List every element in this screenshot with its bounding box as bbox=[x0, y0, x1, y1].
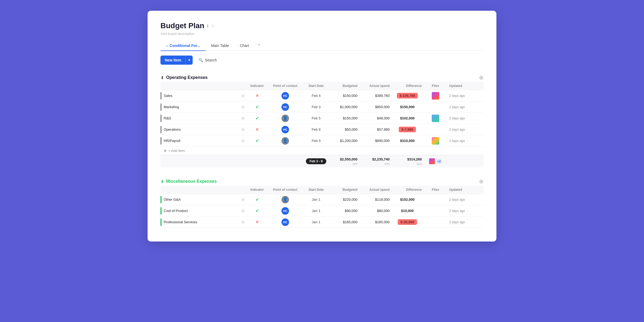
misc-expenses-section-header: ⬇ Miscellaneous Expenses ⊕ bbox=[160, 176, 484, 186]
tab-main-table[interactable]: Main Table bbox=[206, 41, 234, 51]
difference-cell: $310,000 bbox=[391, 136, 423, 145]
file-thumb[interactable] bbox=[432, 92, 439, 100]
sum-date-badge: Feb 3 - 9 bbox=[306, 158, 327, 164]
misc-chevron-icon[interactable]: ⬇ bbox=[160, 179, 164, 184]
info-icon[interactable]: ℹ bbox=[207, 23, 208, 28]
th-indicator: Indicator bbox=[246, 82, 268, 90]
new-item-chevron-icon[interactable]: ▾ bbox=[185, 56, 193, 64]
row-label-operations: Operations ⊕ bbox=[160, 124, 246, 135]
date-cell: Jan 1 bbox=[303, 207, 330, 214]
updated-cell: 2 days ago bbox=[448, 92, 482, 99]
tab-chart[interactable]: Chart bbox=[235, 41, 254, 51]
tab-main-table-label: Main Table bbox=[211, 43, 229, 48]
row-name: Operations bbox=[164, 127, 181, 131]
tab-conditional-label: Conditional For... bbox=[170, 43, 200, 48]
date-cell: Feb 5 bbox=[303, 115, 330, 122]
table-row: Professional Services ⊕ ✕ HC Jan 1 $165,… bbox=[160, 217, 484, 228]
board-description: Add board description bbox=[160, 32, 484, 36]
new-item-label: New Item bbox=[160, 56, 185, 65]
row-action bbox=[482, 209, 493, 213]
new-item-button[interactable]: New Item ▾ bbox=[160, 56, 193, 65]
operating-expenses-title: Operating Expenses bbox=[166, 75, 208, 80]
search-button[interactable]: 🔍 Search bbox=[195, 56, 220, 64]
operating-chevron-icon[interactable]: ⬇ bbox=[160, 75, 164, 80]
add-row-icon[interactable]: ⊕ bbox=[241, 197, 245, 202]
indicator-cell: ✔ bbox=[246, 207, 268, 215]
row-bar bbox=[160, 115, 162, 122]
tab-add[interactable]: + bbox=[254, 40, 264, 50]
th-difference: Difference bbox=[391, 82, 423, 90]
indicator-x-icon: ✕ bbox=[255, 93, 259, 98]
add-row-icon[interactable]: ⊕ bbox=[241, 116, 245, 121]
th-name bbox=[160, 82, 246, 90]
updated-cell: 2 days ago bbox=[448, 137, 482, 144]
add-row-icon[interactable]: ⊕ bbox=[241, 93, 245, 98]
difference-cell: $10,000 bbox=[391, 206, 423, 215]
row-name: Other G&A bbox=[164, 197, 181, 202]
files-cell bbox=[423, 221, 448, 224]
files-cell bbox=[423, 113, 448, 124]
th-files: Files bbox=[423, 82, 448, 90]
updated-cell: 2 days ago bbox=[448, 207, 482, 214]
indicator-cell: ✕ bbox=[246, 218, 268, 226]
contact-cell: HC bbox=[268, 90, 303, 101]
operating-expenses-table-header: Indicator Point of contact Start Date Bu… bbox=[160, 82, 484, 90]
avatar-anon: 👤 bbox=[281, 137, 289, 145]
row-bar bbox=[160, 103, 162, 111]
table-row: Marketing ⊕ ✔ HC Feb 3 $1,000,000 $850,0… bbox=[160, 101, 484, 113]
mth-startdate: Start Date bbox=[303, 186, 330, 194]
misc-expenses-table-header: Indicator Point of contact Start Date Bu… bbox=[160, 186, 484, 194]
add-row-icon[interactable]: ⊕ bbox=[241, 219, 245, 225]
add-operating-section-button[interactable]: ⊕ bbox=[479, 74, 484, 81]
files-cell bbox=[423, 105, 448, 109]
files-cell bbox=[423, 198, 448, 201]
row-name: Professional Services bbox=[164, 220, 197, 224]
row-label-rd: R&D ⊕ bbox=[160, 113, 246, 124]
indicator-check-icon: ✔ bbox=[255, 138, 259, 143]
add-row-icon[interactable]: ⊕ bbox=[241, 104, 245, 109]
add-row-icon[interactable]: ⊕ bbox=[241, 138, 245, 143]
sum-difference: $314,260 sum bbox=[391, 156, 423, 166]
row-name: HR/Payroll bbox=[164, 139, 180, 143]
add-row-icon[interactable]: ⊕ bbox=[241, 127, 245, 132]
mth-add bbox=[482, 186, 493, 194]
th-actual: Actual spend bbox=[359, 82, 391, 90]
date-cell: Jan 1 bbox=[303, 218, 330, 226]
actual-cell: $850,000 bbox=[359, 103, 391, 111]
add-misc-section-button[interactable]: ⊕ bbox=[479, 178, 484, 185]
difference-cell: $-7,980 bbox=[391, 125, 423, 134]
budgeted-cell: $90,000 bbox=[330, 207, 359, 214]
contact-cell: 👤 bbox=[268, 113, 303, 124]
th-updated: Updated bbox=[448, 82, 482, 90]
updated-cell: 2 days ago bbox=[448, 115, 482, 122]
avatar: HC bbox=[281, 103, 289, 111]
row-action bbox=[482, 94, 493, 97]
sum-actual: $2,235,740 sum bbox=[359, 156, 391, 166]
table-row: Sales ⊕ ✕ HC Feb 4 $150,000 $389,760 $-2… bbox=[160, 90, 484, 101]
difference-cell: $102,000 bbox=[391, 114, 423, 123]
budgeted-cell: $165,000 bbox=[330, 218, 359, 226]
mth-files: Files bbox=[423, 186, 448, 194]
add-item-row[interactable]: ⊕ + Add Item bbox=[160, 147, 484, 155]
date-cell: Jan 1 bbox=[303, 196, 330, 203]
updated-cell: 2 days ago bbox=[448, 196, 482, 203]
contact-cell: HC bbox=[268, 102, 303, 112]
date-cell: Feb 8 bbox=[303, 126, 330, 133]
row-action bbox=[482, 139, 493, 142]
updated-cell: 2 days ago bbox=[448, 219, 482, 226]
row-action bbox=[482, 105, 493, 109]
indicator-cell: ✕ bbox=[246, 92, 268, 100]
row-name: R&D bbox=[164, 116, 171, 120]
tab-conditional[interactable]: ⌂ Conditional For... bbox=[160, 41, 206, 51]
add-row-icon[interactable]: ⊕ bbox=[241, 208, 245, 213]
row-name: Sales bbox=[164, 94, 173, 98]
star-icon[interactable]: ☆ bbox=[211, 23, 215, 28]
budgeted-cell: $150,000 bbox=[330, 92, 359, 99]
indicator-cell: ✔ bbox=[246, 103, 268, 111]
updated-cell: 2 days ago bbox=[448, 104, 482, 111]
operating-expenses-table: Indicator Point of contact Start Date Bu… bbox=[160, 82, 484, 167]
th-budgeted: Budgeted bbox=[330, 82, 359, 90]
file-thumb[interactable] bbox=[432, 137, 439, 145]
file-thumb[interactable] bbox=[432, 115, 439, 122]
operating-expenses-section-header: ⬇ Operating Expenses ⊕ bbox=[160, 72, 484, 82]
